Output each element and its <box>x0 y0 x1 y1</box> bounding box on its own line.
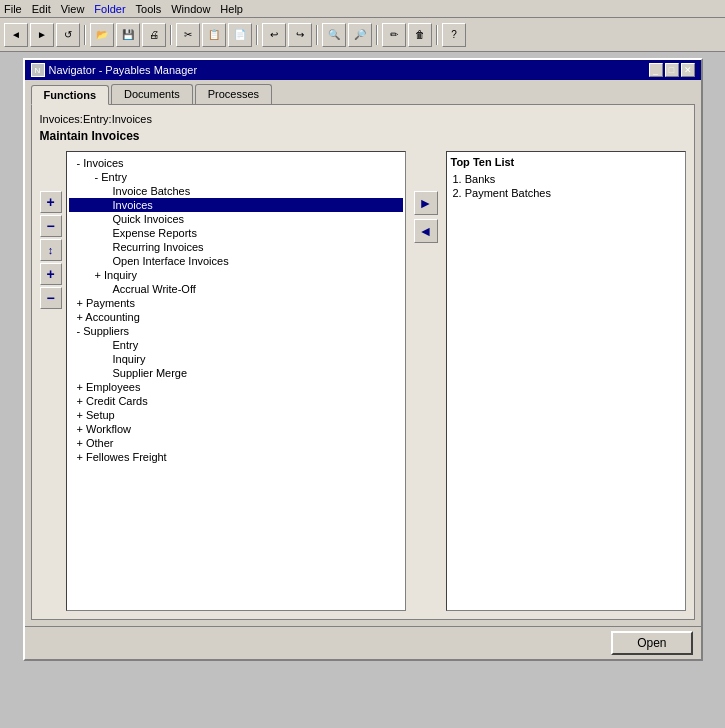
toolbar-find[interactable]: 🔍 <box>322 23 346 47</box>
tree-item[interactable]: - Entry <box>69 170 403 184</box>
toolbar-refresh[interactable]: ↺ <box>56 23 80 47</box>
toolbar-open[interactable]: 📂 <box>90 23 114 47</box>
add-btn[interactable]: + <box>40 263 62 285</box>
menu-tools[interactable]: Tools <box>136 3 162 15</box>
toolbar-delete[interactable]: 🗑 <box>408 23 432 47</box>
content-area: Invoices:Entry:Invoices Maintain Invoice… <box>31 104 695 620</box>
menubar: File Edit View Folder Tools Window Help <box>0 0 725 18</box>
tree-item[interactable]: + Employees <box>69 380 403 394</box>
tree-item[interactable]: Invoices <box>69 198 403 212</box>
tree-item[interactable]: + Accounting <box>69 310 403 324</box>
tree-item[interactable]: + Setup <box>69 408 403 422</box>
tree-item[interactable]: Accrual Write-Off <box>69 282 403 296</box>
titlebar-title-area: N Navigator - Payables Manager <box>31 63 198 77</box>
top-ten-item[interactable]: 1. Banks <box>451 172 681 186</box>
toolbar: ◄ ► ↺ 📂 💾 🖨 ✂ 📋 📄 ↩ ↪ 🔍 🔎 ✏ 🗑 ? <box>0 18 725 52</box>
toolbar-redo[interactable]: ↪ <box>288 23 312 47</box>
toolbar-copy[interactable]: 📋 <box>202 23 226 47</box>
tree-item[interactable]: Expense Reports <box>69 226 403 240</box>
toolbar-sep-4 <box>316 25 318 45</box>
toolbar-edit[interactable]: ✏ <box>382 23 406 47</box>
minimize-button[interactable]: _ <box>649 63 663 77</box>
toolbar-zoom[interactable]: 🔎 <box>348 23 372 47</box>
menu-window[interactable]: Window <box>171 3 210 15</box>
tree-item[interactable]: + Credit Cards <box>69 394 403 408</box>
top-ten-title: Top Ten List <box>451 156 681 168</box>
restore-button[interactable]: □ <box>665 63 679 77</box>
tree-item[interactable]: + Payments <box>69 296 403 310</box>
tree-item[interactable]: Invoice Batches <box>69 184 403 198</box>
add-to-list-button[interactable]: ► <box>414 191 438 215</box>
tab-processes[interactable]: Processes <box>195 84 272 104</box>
toolbar-sep-5 <box>376 25 378 45</box>
left-panel: + − ↕ + − - Invoices- EntryInvoice Batch… <box>40 151 406 611</box>
menu-edit[interactable]: Edit <box>32 3 51 15</box>
titlebar-controls: _ □ ✕ <box>649 63 695 77</box>
tree-item[interactable]: Inquiry <box>69 352 403 366</box>
tab-functions[interactable]: Functions <box>31 85 110 105</box>
remove-from-list-button[interactable]: ◄ <box>414 219 438 243</box>
window-title: Navigator - Payables Manager <box>49 64 198 76</box>
arrow-buttons: ► ◄ <box>414 151 438 611</box>
breadcrumb: Invoices:Entry:Invoices <box>40 113 686 125</box>
bottom-bar: Open <box>25 626 701 659</box>
tree-item[interactable]: + Inquiry <box>69 268 403 282</box>
menu-help[interactable]: Help <box>220 3 243 15</box>
tabs-bar: Functions Documents Processes <box>25 80 701 104</box>
remove-btn[interactable]: − <box>40 287 62 309</box>
toolbar-print[interactable]: 🖨 <box>142 23 166 47</box>
navigator-window: N Navigator - Payables Manager _ □ ✕ Fun… <box>23 58 703 661</box>
tree-item[interactable]: - Suppliers <box>69 324 403 338</box>
toolbar-back[interactable]: ◄ <box>4 23 28 47</box>
tree-item[interactable]: + Other <box>69 436 403 450</box>
toolbar-cut[interactable]: ✂ <box>176 23 200 47</box>
menu-folder[interactable]: Folder <box>94 3 125 15</box>
top-ten-list: 1. Banks2. Payment Batches <box>451 172 681 200</box>
main-background: N Navigator - Payables Manager _ □ ✕ Fun… <box>0 52 725 667</box>
tree-container[interactable]: - Invoices- EntryInvoice BatchesInvoices… <box>66 151 406 611</box>
window-icon: N <box>31 63 45 77</box>
expand-btn[interactable]: + <box>40 191 62 213</box>
right-panel: Top Ten List 1. Banks2. Payment Batches <box>446 151 686 611</box>
tree-item[interactable]: + Workflow <box>69 422 403 436</box>
titlebar: N Navigator - Payables Manager _ □ ✕ <box>25 60 701 80</box>
tree-buttons: + − ↕ + − <box>40 151 62 611</box>
tree-item[interactable]: + Fellowes Freight <box>69 450 403 464</box>
tree-item[interactable]: Open Interface Invoices <box>69 254 403 268</box>
tree-item[interactable]: Supplier Merge <box>69 366 403 380</box>
move-btn[interactable]: ↕ <box>40 239 62 261</box>
tree-item[interactable]: Recurring Invoices <box>69 240 403 254</box>
toolbar-help[interactable]: ? <box>442 23 466 47</box>
toolbar-sep-2 <box>170 25 172 45</box>
toolbar-undo[interactable]: ↩ <box>262 23 286 47</box>
section-title: Maintain Invoices <box>40 129 686 143</box>
open-button[interactable]: Open <box>611 631 692 655</box>
close-button[interactable]: ✕ <box>681 63 695 77</box>
menu-file[interactable]: File <box>4 3 22 15</box>
tree-item[interactable]: - Invoices <box>69 156 403 170</box>
toolbar-sep-3 <box>256 25 258 45</box>
columns-layout: + − ↕ + − - Invoices- EntryInvoice Batch… <box>40 151 686 611</box>
toolbar-save[interactable]: 💾 <box>116 23 140 47</box>
top-ten-item[interactable]: 2. Payment Batches <box>451 186 681 200</box>
tree-item[interactable]: Entry <box>69 338 403 352</box>
collapse-btn[interactable]: − <box>40 215 62 237</box>
toolbar-paste[interactable]: 📄 <box>228 23 252 47</box>
toolbar-forward[interactable]: ► <box>30 23 54 47</box>
tab-documents[interactable]: Documents <box>111 84 193 104</box>
menu-view[interactable]: View <box>61 3 85 15</box>
toolbar-sep-6 <box>436 25 438 45</box>
tree-item[interactable]: Quick Invoices <box>69 212 403 226</box>
toolbar-sep-1 <box>84 25 86 45</box>
